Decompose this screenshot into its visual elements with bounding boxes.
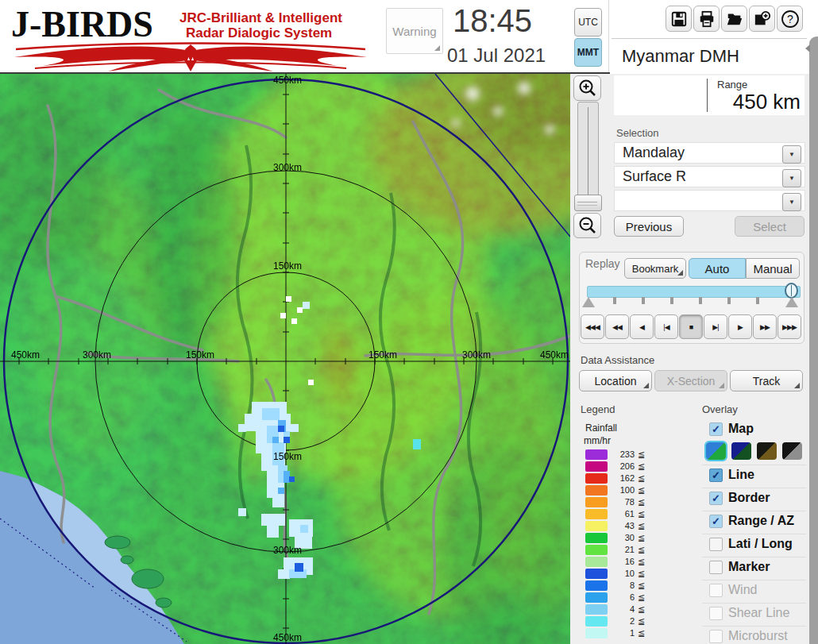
open-file-button[interactable] bbox=[721, 6, 747, 32]
product-dropdown-value: Surface R bbox=[623, 168, 686, 185]
track-button[interactable]: Track bbox=[730, 370, 803, 391]
add-image-button[interactable] bbox=[749, 6, 775, 32]
map-style-selector bbox=[702, 442, 806, 462]
option-dropdown[interactable]: ▼ bbox=[614, 190, 805, 211]
mmt-button[interactable]: MMT bbox=[574, 38, 602, 67]
step-forward-button[interactable]: ▶| bbox=[704, 314, 727, 339]
utc-label: UTC bbox=[578, 17, 598, 28]
replay-slider-track[interactable] bbox=[587, 286, 801, 298]
panel-collapse-handle[interactable] bbox=[809, 37, 818, 644]
play-button[interactable]: ▶ bbox=[728, 314, 752, 339]
legend-value: 4 bbox=[608, 604, 635, 614]
zoom-slider-track[interactable] bbox=[577, 102, 599, 208]
legend-value: 2 bbox=[608, 616, 635, 626]
location-button[interactable]: Location bbox=[579, 370, 652, 391]
location-corner-icon bbox=[643, 383, 649, 388]
map-style-swatch[interactable] bbox=[782, 442, 802, 460]
bookmark-corner-icon bbox=[677, 270, 683, 276]
help-button[interactable]: ? bbox=[777, 6, 803, 32]
legend-value: 30 bbox=[608, 533, 635, 542]
manual-label: Manual bbox=[753, 262, 792, 276]
legend-value: 10 bbox=[608, 569, 635, 578]
rewind-fast-icon: ◀◀ bbox=[612, 323, 622, 331]
manual-button[interactable]: Manual bbox=[746, 258, 800, 279]
open-folder-icon bbox=[726, 10, 743, 28]
play-reverse-button[interactable]: ◀ bbox=[630, 314, 654, 339]
ring-label: 150km bbox=[273, 451, 302, 462]
overlay-checkbox-border[interactable]: ✓ bbox=[709, 492, 723, 505]
legend-operator: ≦ bbox=[638, 557, 645, 567]
zoom-out-icon bbox=[578, 216, 597, 235]
slider-start-marker[interactable] bbox=[582, 297, 595, 307]
legend-swatch bbox=[585, 545, 608, 555]
map-style-swatch[interactable] bbox=[757, 442, 777, 460]
warning-button[interactable]: Warning bbox=[386, 8, 443, 54]
stop-button[interactable]: ■ bbox=[679, 314, 703, 339]
select-button[interactable]: Select bbox=[735, 216, 804, 237]
range-value: 450 km bbox=[707, 90, 801, 114]
rewind-fastest-button[interactable]: ◀◀◀ bbox=[581, 314, 604, 339]
legend-value: 16 bbox=[608, 557, 635, 566]
legend-operator: ≦ bbox=[638, 628, 645, 638]
legend-value: 61 bbox=[608, 509, 635, 519]
logo-tagline-2: Radar Dialogic System bbox=[186, 25, 332, 41]
overlay-item-wind: Wind bbox=[728, 583, 757, 597]
forward-fastest-button[interactable]: ▶▶▶ bbox=[777, 314, 801, 339]
overlay-item-range-az[interactable]: Range / AZ bbox=[728, 514, 794, 528]
x-section-button[interactable]: X-Section bbox=[654, 370, 727, 391]
chevron-down-icon[interactable]: ▼ bbox=[782, 145, 801, 164]
utc-button[interactable]: UTC bbox=[574, 8, 602, 37]
radar-map[interactable]: 450km 300km 150km 150km 300km 450km 450k… bbox=[0, 74, 570, 644]
map-style-swatch[interactable] bbox=[731, 442, 751, 460]
auto-button[interactable]: Auto bbox=[689, 258, 746, 279]
print-button[interactable] bbox=[693, 6, 720, 32]
chevron-down-icon[interactable]: ▼ bbox=[782, 169, 801, 187]
clock-time: 18:45 bbox=[453, 3, 532, 39]
ring-label: 450km bbox=[540, 349, 569, 361]
previous-button[interactable]: Previous bbox=[614, 216, 684, 237]
zoom-in-button[interactable] bbox=[573, 75, 601, 101]
legend-operator: ≦ bbox=[638, 533, 645, 543]
overlay-item-map[interactable]: Map bbox=[728, 422, 754, 436]
replay-slider-handle[interactable] bbox=[785, 283, 798, 299]
help-icon: ? bbox=[781, 10, 800, 29]
overlay-label: Overlay bbox=[702, 403, 738, 415]
overlay-item-border[interactable]: Border bbox=[728, 491, 770, 505]
rewind-fastest-icon: ◀◀◀ bbox=[585, 323, 600, 331]
step-back-button[interactable]: |◀ bbox=[654, 314, 678, 339]
legend-swatch bbox=[585, 461, 608, 472]
overlay-checkbox-line[interactable]: ✓ bbox=[709, 469, 723, 482]
legend-swatch bbox=[585, 628, 608, 638]
site-dropdown-value: Mandalay bbox=[623, 145, 685, 161]
overlay-checkbox-range-az[interactable]: ✓ bbox=[709, 515, 723, 528]
map-style-swatch[interactable] bbox=[706, 442, 726, 460]
overlay-checkbox-map[interactable]: ✓ bbox=[709, 422, 723, 436]
overlay-checkbox-microburst bbox=[709, 630, 723, 643]
legend-swatch bbox=[585, 497, 608, 507]
overlay-item-line[interactable]: Line bbox=[728, 468, 754, 482]
overlay-item-marker[interactable]: Marker bbox=[728, 560, 770, 574]
forward-fast-button[interactable]: ▶▶ bbox=[753, 314, 777, 339]
slider-tick bbox=[699, 297, 702, 304]
chevron-down-icon[interactable]: ▼ bbox=[782, 193, 801, 211]
zoom-out-button[interactable] bbox=[573, 213, 601, 238]
legend-swatch bbox=[585, 592, 608, 603]
save-button[interactable] bbox=[666, 6, 692, 32]
legend-swatch bbox=[585, 604, 608, 615]
ring-label: 300km bbox=[273, 162, 302, 173]
legend-value: 206 bbox=[608, 461, 635, 471]
overlay-checkbox-marker[interactable] bbox=[709, 561, 723, 574]
site-dropdown[interactable]: Mandalay ▼ bbox=[614, 142, 805, 164]
legend-value: 8 bbox=[608, 580, 635, 590]
slider-end-marker[interactable] bbox=[785, 297, 798, 307]
legend-swatch bbox=[585, 509, 608, 519]
bookmark-button[interactable]: Bookmark bbox=[624, 258, 686, 279]
overlay-checkbox-lati-long[interactable] bbox=[709, 538, 723, 551]
overlay-item-lati-long[interactable]: Lati / Long bbox=[728, 537, 793, 551]
ring-label: 450km bbox=[11, 349, 40, 361]
rewind-fast-button[interactable]: ◀◀ bbox=[605, 314, 629, 339]
zoom-slider-handle[interactable] bbox=[574, 195, 602, 211]
legend-operator: ≦ bbox=[638, 592, 645, 603]
product-dropdown[interactable]: Surface R ▼ bbox=[614, 166, 805, 187]
legend-operator: ≦ bbox=[638, 580, 645, 591]
